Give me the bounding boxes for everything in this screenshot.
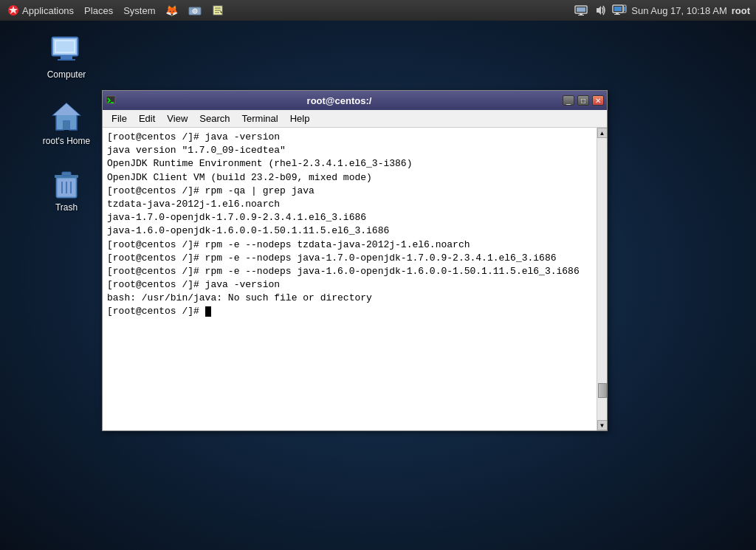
svg-marker-14 (597, 6, 601, 15)
maximize-button[interactable]: □ (577, 95, 589, 106)
desktop-icon-computer[interactable]: Computer (37, 30, 96, 83)
places-label: Places (84, 5, 113, 16)
taskbar: Applications Places System 🦊 (0, 0, 756, 21)
scroll-down-arrow[interactable]: ▼ (597, 420, 608, 430)
places-menu[interactable]: Places (80, 4, 117, 18)
svg-rect-20 (624, 7, 625, 11)
system-label: System (123, 5, 155, 16)
applications-icon (7, 4, 19, 16)
home-icon-label: root's Home (43, 136, 90, 146)
computer-icon-image (49, 32, 84, 68)
svg-rect-33 (62, 172, 71, 176)
applications-menu[interactable]: Applications (3, 3, 78, 18)
computer-icon-label: Computer (47, 69, 86, 80)
terminal-title: root@centos:/ (119, 95, 560, 106)
trash-icon-label: Trash (55, 202, 78, 213)
scroll-thumb[interactable] (598, 383, 607, 398)
firefox-button[interactable]: 🦊 (161, 3, 182, 18)
network-icon (574, 4, 588, 16)
terminal-output[interactable]: [root@centos /]# java -version java vers… (103, 128, 597, 430)
firefox-icon: 🦊 (165, 4, 178, 16)
speaker-icon (594, 4, 607, 16)
terminal-titlebar: root@centos:/ _ □ ✕ (103, 91, 607, 110)
close-button[interactable]: ✕ (592, 95, 604, 106)
desktop-icon-home[interactable]: root's Home (37, 96, 96, 149)
desktop-icon-trash[interactable]: Trash (37, 162, 96, 216)
svg-rect-11 (577, 7, 585, 12)
taskbar-left: Applications Places System 🦊 (0, 3, 228, 18)
menu-file[interactable]: File (106, 111, 133, 126)
home-icon-image (49, 99, 84, 134)
volume-icon[interactable] (593, 4, 608, 17)
menu-help[interactable]: Help (284, 111, 316, 126)
menu-view[interactable]: View (161, 111, 193, 126)
terminal-window-icon (106, 95, 116, 106)
applications-label: Applications (22, 5, 74, 16)
terminal-scrollbar[interactable]: ▲ ▼ (597, 128, 607, 430)
clock-display: Sun Aug 17, 10:18 AM (631, 5, 726, 16)
svg-rect-26 (56, 41, 74, 52)
terminal-window: root@centos:/ _ □ ✕ File Edit View Searc… (102, 90, 608, 431)
trash-icon-image (49, 165, 84, 201)
svg-rect-13 (578, 15, 584, 16)
svg-rect-17 (616, 13, 619, 14)
menu-search[interactable]: Search (193, 111, 236, 126)
network-folder-icon (188, 4, 202, 16)
svg-rect-12 (580, 13, 583, 15)
svg-rect-18 (614, 14, 620, 15)
system-menu[interactable]: System (119, 4, 159, 18)
svg-marker-29 (53, 103, 80, 115)
svg-rect-23 (61, 56, 72, 59)
scroll-track (597, 138, 607, 420)
network-tray-icon[interactable] (574, 4, 588, 17)
monitor-icon (612, 4, 627, 16)
menu-edit[interactable]: Edit (133, 111, 161, 126)
display-icon[interactable] (612, 4, 627, 17)
terminal-menubar: File Edit View Search Terminal Help (103, 110, 607, 128)
terminal-content: [root@centos /]# java -version java vers… (103, 128, 607, 430)
minimize-button[interactable]: _ (563, 95, 574, 106)
edit-icon-button[interactable] (207, 3, 228, 18)
network-icon-button[interactable] (184, 3, 206, 18)
taskbar-right: Sun Aug 17, 10:18 AM root (574, 4, 756, 17)
svg-rect-28 (63, 121, 69, 130)
edit-icon (212, 4, 224, 16)
scroll-up-arrow[interactable]: ▲ (597, 128, 608, 138)
username-display: root (732, 5, 750, 16)
svg-rect-16 (614, 7, 622, 11)
menu-terminal[interactable]: Terminal (236, 111, 284, 126)
svg-rect-24 (58, 59, 75, 61)
